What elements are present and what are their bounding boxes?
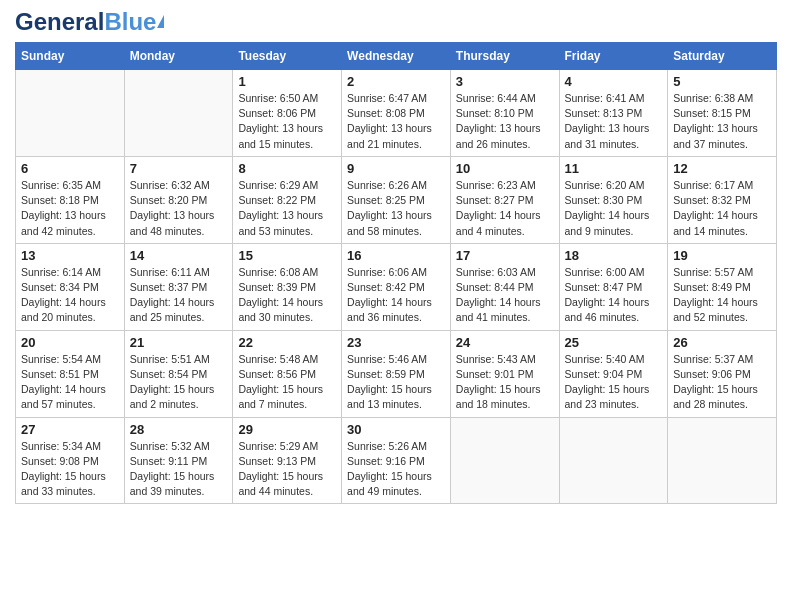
day-number: 28: [130, 422, 228, 437]
calendar-cell: 6Sunrise: 6:35 AM Sunset: 8:18 PM Daylig…: [16, 156, 125, 243]
calendar-cell: 12Sunrise: 6:17 AM Sunset: 8:32 PM Dayli…: [668, 156, 777, 243]
day-info: Sunrise: 5:46 AM Sunset: 8:59 PM Dayligh…: [347, 352, 445, 413]
calendar-week-row: 1Sunrise: 6:50 AM Sunset: 8:06 PM Daylig…: [16, 70, 777, 157]
calendar-cell: 5Sunrise: 6:38 AM Sunset: 8:15 PM Daylig…: [668, 70, 777, 157]
day-number: 14: [130, 248, 228, 263]
day-info: Sunrise: 6:17 AM Sunset: 8:32 PM Dayligh…: [673, 178, 771, 239]
calendar-cell: 26Sunrise: 5:37 AM Sunset: 9:06 PM Dayli…: [668, 330, 777, 417]
day-number: 5: [673, 74, 771, 89]
calendar-cell: 15Sunrise: 6:08 AM Sunset: 8:39 PM Dayli…: [233, 243, 342, 330]
day-number: 10: [456, 161, 554, 176]
calendar-cell: 4Sunrise: 6:41 AM Sunset: 8:13 PM Daylig…: [559, 70, 668, 157]
day-number: 19: [673, 248, 771, 263]
day-number: 21: [130, 335, 228, 350]
day-info: Sunrise: 6:26 AM Sunset: 8:25 PM Dayligh…: [347, 178, 445, 239]
day-info: Sunrise: 5:40 AM Sunset: 9:04 PM Dayligh…: [565, 352, 663, 413]
day-info: Sunrise: 6:44 AM Sunset: 8:10 PM Dayligh…: [456, 91, 554, 152]
day-number: 22: [238, 335, 336, 350]
logo: GeneralBlue: [15, 10, 164, 34]
calendar-cell: 8Sunrise: 6:29 AM Sunset: 8:22 PM Daylig…: [233, 156, 342, 243]
calendar-cell: 27Sunrise: 5:34 AM Sunset: 9:08 PM Dayli…: [16, 417, 125, 504]
day-number: 16: [347, 248, 445, 263]
day-info: Sunrise: 6:50 AM Sunset: 8:06 PM Dayligh…: [238, 91, 336, 152]
calendar-cell: 16Sunrise: 6:06 AM Sunset: 8:42 PM Dayli…: [342, 243, 451, 330]
day-number: 27: [21, 422, 119, 437]
day-number: 4: [565, 74, 663, 89]
day-info: Sunrise: 6:06 AM Sunset: 8:42 PM Dayligh…: [347, 265, 445, 326]
day-number: 6: [21, 161, 119, 176]
logo-triangle-icon: [157, 15, 164, 28]
day-info: Sunrise: 5:51 AM Sunset: 8:54 PM Dayligh…: [130, 352, 228, 413]
calendar-week-row: 13Sunrise: 6:14 AM Sunset: 8:34 PM Dayli…: [16, 243, 777, 330]
day-number: 18: [565, 248, 663, 263]
day-number: 24: [456, 335, 554, 350]
day-number: 17: [456, 248, 554, 263]
day-number: 3: [456, 74, 554, 89]
day-info: Sunrise: 6:23 AM Sunset: 8:27 PM Dayligh…: [456, 178, 554, 239]
calendar-week-row: 20Sunrise: 5:54 AM Sunset: 8:51 PM Dayli…: [16, 330, 777, 417]
day-info: Sunrise: 6:35 AM Sunset: 8:18 PM Dayligh…: [21, 178, 119, 239]
calendar-cell: [450, 417, 559, 504]
day-number: 9: [347, 161, 445, 176]
calendar-cell: 11Sunrise: 6:20 AM Sunset: 8:30 PM Dayli…: [559, 156, 668, 243]
column-header-thursday: Thursday: [450, 43, 559, 70]
day-info: Sunrise: 6:47 AM Sunset: 8:08 PM Dayligh…: [347, 91, 445, 152]
calendar-cell: 19Sunrise: 5:57 AM Sunset: 8:49 PM Dayli…: [668, 243, 777, 330]
calendar-cell: [668, 417, 777, 504]
calendar-cell: 1Sunrise: 6:50 AM Sunset: 8:06 PM Daylig…: [233, 70, 342, 157]
calendar-cell: 18Sunrise: 6:00 AM Sunset: 8:47 PM Dayli…: [559, 243, 668, 330]
calendar-cell: 29Sunrise: 5:29 AM Sunset: 9:13 PM Dayli…: [233, 417, 342, 504]
calendar-cell: 13Sunrise: 6:14 AM Sunset: 8:34 PM Dayli…: [16, 243, 125, 330]
day-info: Sunrise: 5:37 AM Sunset: 9:06 PM Dayligh…: [673, 352, 771, 413]
day-number: 25: [565, 335, 663, 350]
day-info: Sunrise: 5:57 AM Sunset: 8:49 PM Dayligh…: [673, 265, 771, 326]
day-number: 13: [21, 248, 119, 263]
day-info: Sunrise: 6:29 AM Sunset: 8:22 PM Dayligh…: [238, 178, 336, 239]
day-info: Sunrise: 6:03 AM Sunset: 8:44 PM Dayligh…: [456, 265, 554, 326]
calendar-cell: [559, 417, 668, 504]
day-info: Sunrise: 6:11 AM Sunset: 8:37 PM Dayligh…: [130, 265, 228, 326]
column-header-tuesday: Tuesday: [233, 43, 342, 70]
logo-text: GeneralBlue: [15, 10, 164, 34]
calendar-cell: [16, 70, 125, 157]
calendar-week-row: 6Sunrise: 6:35 AM Sunset: 8:18 PM Daylig…: [16, 156, 777, 243]
calendar-cell: 30Sunrise: 5:26 AM Sunset: 9:16 PM Dayli…: [342, 417, 451, 504]
day-info: Sunrise: 6:32 AM Sunset: 8:20 PM Dayligh…: [130, 178, 228, 239]
column-header-sunday: Sunday: [16, 43, 125, 70]
column-header-wednesday: Wednesday: [342, 43, 451, 70]
day-info: Sunrise: 6:00 AM Sunset: 8:47 PM Dayligh…: [565, 265, 663, 326]
day-number: 23: [347, 335, 445, 350]
calendar-cell: 2Sunrise: 6:47 AM Sunset: 8:08 PM Daylig…: [342, 70, 451, 157]
calendar-cell: 22Sunrise: 5:48 AM Sunset: 8:56 PM Dayli…: [233, 330, 342, 417]
day-info: Sunrise: 6:08 AM Sunset: 8:39 PM Dayligh…: [238, 265, 336, 326]
day-number: 12: [673, 161, 771, 176]
day-info: Sunrise: 5:48 AM Sunset: 8:56 PM Dayligh…: [238, 352, 336, 413]
calendar-cell: 21Sunrise: 5:51 AM Sunset: 8:54 PM Dayli…: [124, 330, 233, 417]
day-number: 20: [21, 335, 119, 350]
calendar-cell: 17Sunrise: 6:03 AM Sunset: 8:44 PM Dayli…: [450, 243, 559, 330]
calendar-table: SundayMondayTuesdayWednesdayThursdayFrid…: [15, 42, 777, 504]
calendar-cell: 23Sunrise: 5:46 AM Sunset: 8:59 PM Dayli…: [342, 330, 451, 417]
column-header-monday: Monday: [124, 43, 233, 70]
day-number: 15: [238, 248, 336, 263]
day-info: Sunrise: 6:14 AM Sunset: 8:34 PM Dayligh…: [21, 265, 119, 326]
day-number: 11: [565, 161, 663, 176]
calendar-cell: 10Sunrise: 6:23 AM Sunset: 8:27 PM Dayli…: [450, 156, 559, 243]
day-info: Sunrise: 5:54 AM Sunset: 8:51 PM Dayligh…: [21, 352, 119, 413]
day-number: 1: [238, 74, 336, 89]
calendar-week-row: 27Sunrise: 5:34 AM Sunset: 9:08 PM Dayli…: [16, 417, 777, 504]
calendar-cell: 24Sunrise: 5:43 AM Sunset: 9:01 PM Dayli…: [450, 330, 559, 417]
day-info: Sunrise: 5:43 AM Sunset: 9:01 PM Dayligh…: [456, 352, 554, 413]
day-info: Sunrise: 5:29 AM Sunset: 9:13 PM Dayligh…: [238, 439, 336, 500]
calendar-cell: [124, 70, 233, 157]
day-number: 2: [347, 74, 445, 89]
day-number: 29: [238, 422, 336, 437]
day-number: 30: [347, 422, 445, 437]
column-header-saturday: Saturday: [668, 43, 777, 70]
day-number: 7: [130, 161, 228, 176]
day-info: Sunrise: 5:26 AM Sunset: 9:16 PM Dayligh…: [347, 439, 445, 500]
day-info: Sunrise: 6:38 AM Sunset: 8:15 PM Dayligh…: [673, 91, 771, 152]
column-header-friday: Friday: [559, 43, 668, 70]
day-number: 26: [673, 335, 771, 350]
calendar-cell: 28Sunrise: 5:32 AM Sunset: 9:11 PM Dayli…: [124, 417, 233, 504]
